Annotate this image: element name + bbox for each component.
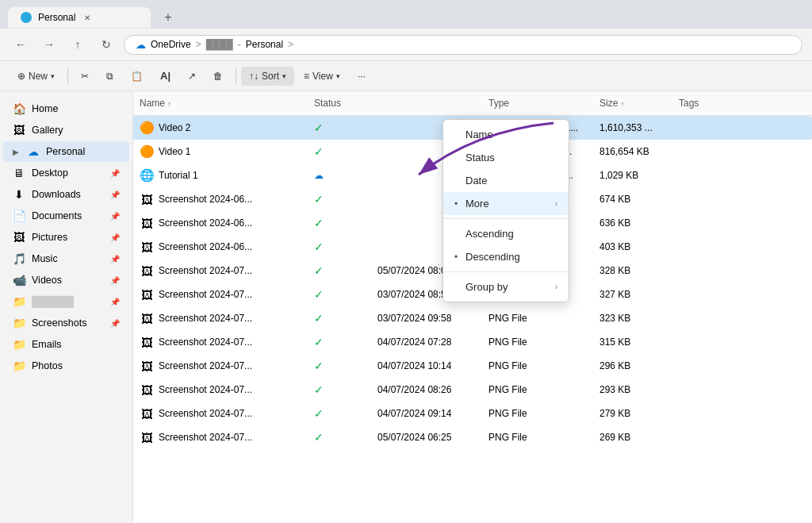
tab-title: Personal <box>38 12 75 23</box>
browser-tab[interactable]: Personal ✕ <box>8 7 151 28</box>
sidebar-label-downloads: Downloads <box>32 189 81 200</box>
file-type-cell: PNG File <box>482 310 593 326</box>
column-header-date[interactable] <box>371 100 482 106</box>
sidebar-item-personal[interactable]: ▶ ☁ Personal <box>3 141 129 162</box>
column-header-tags[interactable]: Tags <box>672 94 812 112</box>
delete-icon: 🗑 <box>213 71 223 82</box>
sidebar-item-home[interactable]: 🏠 Home <box>3 98 129 119</box>
tab-close-button[interactable]: ✕ <box>82 12 93 23</box>
file-type-cell: PNG File <box>482 382 593 398</box>
column-header-type[interactable]: Type <box>482 94 593 112</box>
file-type-cell: PNG File <box>482 429 593 445</box>
sort-option-descending[interactable]: • Descending <box>443 245 569 268</box>
column-header-name[interactable]: Name ↑ <box>133 94 308 112</box>
file-status-cell: ✓ <box>308 238 371 256</box>
sidebar: 🏠 Home 🖼 Gallery ▶ ☁ Personal 🖥 Desktop … <box>0 91 133 523</box>
file-type-icon: 🖼 <box>140 430 154 444</box>
sidebar-item-pictures[interactable]: 🖼 Pictures 📌 <box>3 227 129 248</box>
sort-option-more[interactable]: • More › <box>443 192 569 215</box>
file-name: Screenshot 2024-07... <box>159 384 252 395</box>
file-tags-cell <box>672 387 685 392</box>
file-name-cell: 🖼 Screenshot 2024-07... <box>133 428 308 447</box>
sidebar-item-photos[interactable]: 📁 Photos <box>3 356 129 376</box>
file-name-cell: 🖼 Screenshot 2024-06... <box>133 190 308 209</box>
file-name: Screenshot 2024-07... <box>159 360 252 371</box>
table-row[interactable]: 🖼 Screenshot 2024-07... ✓ 04/07/2024 07:… <box>133 330 812 354</box>
sort-chevron: ▾ <box>282 72 286 80</box>
sort-option-groupby[interactable]: Group by › <box>443 275 569 298</box>
up-button[interactable]: ↑ <box>67 33 89 56</box>
table-row[interactable]: 🖼 Screenshot 2024-07... ✓ 03/07/2024 09:… <box>133 306 812 330</box>
column-header-size[interactable]: Size ↑ <box>593 94 672 112</box>
status-check-icon: ✓ <box>314 145 324 158</box>
file-name: Screenshot 2024-07... <box>159 265 252 276</box>
column-header-status[interactable]: Status <box>308 94 371 112</box>
file-tags-cell <box>672 244 685 249</box>
copy-button[interactable]: ⧉ <box>98 67 121 86</box>
sidebar-item-videos[interactable]: 📹 Videos 📌 <box>3 270 129 290</box>
file-name-cell: 🖼 Screenshot 2024-06... <box>133 237 308 256</box>
new-button[interactable]: ⊕ New ▾ <box>10 67 63 86</box>
file-tags-cell <box>672 125 685 130</box>
sort-date-label: Date <box>465 175 487 187</box>
file-size-cell: 328 KB <box>593 263 672 279</box>
sort-option-ascending[interactable]: Ascending <box>443 222 569 245</box>
file-tags-cell <box>672 149 685 154</box>
address-onedrive: OneDrive <box>151 39 191 50</box>
status-check-icon: ✓ <box>314 407 324 420</box>
file-type-icon: 🖼 <box>140 287 154 302</box>
tab-favicon <box>21 12 32 23</box>
file-type-icon: 🌐 <box>140 168 154 183</box>
paste-button[interactable]: 📋 <box>123 67 151 86</box>
file-tags-cell <box>672 221 685 225</box>
rename-button[interactable]: A| <box>152 66 178 86</box>
sidebar-item-documents[interactable]: 📄 Documents 📌 <box>3 206 129 226</box>
file-size-cell: 293 KB <box>593 382 672 398</box>
file-type-icon: 🖼 <box>140 406 154 421</box>
sidebar-item-desktop[interactable]: 🖥 Desktop 📌 <box>3 163 129 183</box>
sidebar-item-downloads[interactable]: ⬇ Downloads 📌 <box>3 184 129 205</box>
table-row[interactable]: 🖼 Screenshot 2024-07... ✓ 05/07/2024 06:… <box>133 425 812 449</box>
status-check-icon: ✓ <box>314 312 324 325</box>
forward-button[interactable]: → <box>38 33 60 56</box>
address-bar[interactable]: ☁ OneDrive > ████ - Personal > <box>124 35 802 55</box>
sort-dropdown[interactable]: Name Status Date • More › Ascending • <box>442 119 569 302</box>
file-tags-cell <box>672 363 685 368</box>
cut-button[interactable]: ✂ <box>73 67 97 86</box>
share-button[interactable]: ↗ <box>180 67 204 86</box>
status-check-icon: ✓ <box>314 431 324 444</box>
table-row[interactable]: 🖼 Screenshot 2024-07... ✓ 04/07/2024 09:… <box>133 402 812 425</box>
sort-button[interactable]: ↑↓ Sort ▾ <box>241 67 294 86</box>
file-name-cell: 🖼 Screenshot 2024-07... <box>133 309 308 328</box>
file-status-cell: ✓ <box>308 429 371 446</box>
more-button[interactable]: ··· <box>350 67 373 86</box>
address-blurred: ████ <box>206 39 233 50</box>
sidebar-item-emails[interactable]: 📁 Emails <box>3 334 129 355</box>
file-status-cell: ✓ <box>308 190 371 208</box>
personal-cloud-icon: ☁ <box>27 145 40 158</box>
addr-dash: - <box>238 39 241 50</box>
music-icon: 🎵 <box>13 252 25 265</box>
sort-divider-2 <box>443 271 569 272</box>
table-row[interactable]: 🖼 Screenshot 2024-07... ✓ 04/07/2024 08:… <box>133 378 812 402</box>
view-button[interactable]: ≡ View ▾ <box>296 67 348 86</box>
sidebar-item-gallery[interactable]: 🖼 Gallery <box>3 120 129 140</box>
sidebar-item-music[interactable]: 🎵 Music 📌 <box>3 248 129 269</box>
sidebar-item-screenshots[interactable]: 📁 Screenshots 📌 <box>3 313 129 333</box>
sort-option-status[interactable]: Status <box>443 146 569 169</box>
file-size-cell: 327 KB <box>593 286 672 302</box>
addr-sep-1: > <box>196 39 201 50</box>
sort-option-name[interactable]: Name <box>443 123 569 146</box>
refresh-button[interactable]: ↻ <box>95 33 117 56</box>
new-tab-button[interactable]: + <box>157 6 179 29</box>
file-name-cell: 🖼 Screenshot 2024-06... <box>133 213 308 233</box>
sidebar-label-desktop: Desktop <box>32 167 68 179</box>
table-row[interactable]: 🖼 Screenshot 2024-07... ✓ 04/07/2024 10:… <box>133 354 812 378</box>
file-date-cell: 05/07/2024 06:25 <box>371 429 482 445</box>
sort-option-date[interactable]: Date <box>443 169 569 192</box>
file-tags-cell <box>672 340 685 344</box>
back-button[interactable]: ← <box>10 33 32 56</box>
delete-button[interactable]: 🗑 <box>205 67 231 86</box>
file-type-icon: 🖼 <box>140 335 154 349</box>
sidebar-item-blurred[interactable]: 📁 ██████ 📌 <box>3 291 129 312</box>
